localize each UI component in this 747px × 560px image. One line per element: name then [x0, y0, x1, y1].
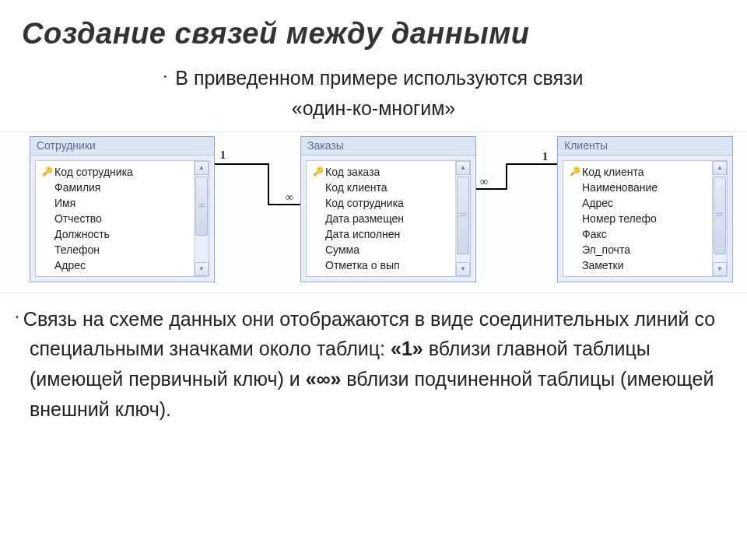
field-label: Сумма — [325, 243, 359, 256]
table-row[interactable]: Код клиента — [313, 180, 452, 195]
table-row[interactable]: Телефон — [42, 242, 191, 257]
table-row[interactable]: Сумма — [313, 242, 452, 257]
table-row[interactable]: Имя — [42, 195, 191, 211]
table-row[interactable]: Фамилия — [42, 180, 191, 195]
table-row[interactable]: Дата исполнен — [313, 226, 452, 242]
table-orders[interactable]: Заказы 🔑Код заказа Код клиента Код сотру… — [300, 136, 476, 282]
field-label: Код клиента — [582, 166, 644, 178]
field-label: Код сотрудника — [325, 197, 404, 209]
table-employees-title[interactable]: Сотрудники — [30, 137, 214, 156]
table-row[interactable]: Отметка о вып — [313, 257, 452, 273]
table-row[interactable]: 🔑Код сотрудника — [42, 164, 191, 180]
scroll-up-button[interactable]: ▲ — [456, 161, 470, 175]
relation-one-label: 1 — [219, 149, 226, 162]
field-label: Должность — [54, 228, 110, 240]
table-row[interactable]: Заметки — [570, 257, 709, 273]
key-icon: 🔑 — [313, 166, 322, 177]
table-row[interactable]: Код сотрудника — [313, 195, 452, 211]
table-row[interactable]: Адрес — [570, 195, 709, 211]
scroll-up-button[interactable]: ▲ — [713, 161, 727, 175]
table-row[interactable]: Факс — [570, 226, 709, 242]
scroll-thumb[interactable] — [195, 177, 208, 236]
scroll-down-button[interactable]: ▼ — [713, 262, 727, 276]
relation-line[interactable] — [476, 188, 506, 190]
body-bold-inf: «∞» — [306, 368, 342, 390]
bullet-icon: • — [16, 312, 23, 321]
field-label: Код сотрудника — [54, 166, 133, 178]
field-label: Отметка о вып — [325, 259, 400, 271]
table-row[interactable]: Дата размещен — [313, 211, 452, 226]
table-row[interactable]: Эл_почта — [570, 242, 709, 257]
scrollbar[interactable]: ▲ ▼ — [712, 161, 727, 276]
table-row[interactable]: 🔑Код заказа — [313, 164, 452, 180]
relation-line[interactable] — [506, 163, 507, 190]
intro-line-2: «один-ко-многим» — [292, 97, 455, 119]
intro-line-1: В приведенном примере используются связи — [175, 67, 583, 89]
scrollbar[interactable]: ▲ ▼ — [455, 161, 470, 276]
key-icon: 🔑 — [42, 166, 51, 177]
field-label: Номер телефо — [582, 212, 657, 225]
field-label: Имя — [54, 197, 75, 209]
field-label: Код заказа — [325, 166, 380, 178]
table-orders-title[interactable]: Заказы — [301, 137, 475, 156]
table-employees[interactable]: Сотрудники 🔑Код сотрудника Фамилия Имя О… — [30, 136, 215, 282]
table-row[interactable]: Должность — [42, 226, 191, 242]
table-row[interactable]: 🔑Код клиента — [570, 164, 709, 180]
relation-one-label: 1 — [542, 151, 549, 163]
bullet-icon: • — [163, 72, 170, 81]
field-label: Отчество — [54, 212, 102, 225]
field-label: Заметки — [582, 259, 624, 271]
relation-line[interactable] — [268, 163, 269, 205]
table-row[interactable]: Отчество — [42, 211, 191, 226]
body-bold-one: «1» — [391, 338, 423, 359]
field-label: Дата исполнен — [325, 228, 400, 240]
body-paragraph: •Связь на схеме данных они отображаются … — [0, 293, 747, 425]
field-label: Адрес — [582, 197, 613, 209]
relationships-diagram: Сотрудники 🔑Код сотрудника Фамилия Имя О… — [0, 131, 747, 293]
relation-line[interactable] — [506, 163, 557, 165]
scroll-thumb[interactable] — [714, 177, 726, 254]
field-label: Наименование — [582, 181, 658, 194]
slide-title: Создание связей между данными — [0, 0, 747, 57]
scroll-down-button[interactable]: ▼ — [456, 262, 470, 276]
relation-many-label: ∞ — [479, 176, 489, 188]
scroll-up-button[interactable]: ▲ — [195, 161, 209, 175]
scroll-thumb[interactable] — [457, 177, 469, 254]
field-label: Адрес — [54, 259, 86, 271]
field-label: Телефон — [54, 243, 100, 256]
table-row[interactable]: Наименование — [570, 180, 709, 195]
scroll-down-button[interactable]: ▼ — [195, 262, 209, 276]
relation-many-label: ∞ — [285, 191, 294, 204]
key-icon: 🔑 — [570, 166, 579, 177]
intro-text: • В приведенном примере используются свя… — [75, 63, 672, 124]
relation-line[interactable] — [215, 163, 268, 165]
field-label: Дата размещен — [325, 212, 404, 225]
scrollbar[interactable]: ▲ ▼ — [194, 161, 209, 276]
field-label: Эл_почта — [582, 243, 630, 256]
table-clients-title[interactable]: Клиенты — [558, 137, 732, 156]
table-row[interactable]: Номер телефо — [570, 211, 709, 226]
field-label: Фамилия — [54, 181, 100, 194]
field-label: Код клиента — [325, 181, 388, 194]
table-row[interactable]: Адрес — [42, 257, 191, 273]
field-label: Факс — [582, 228, 607, 240]
relation-line[interactable] — [268, 204, 300, 205]
table-clients[interactable]: Клиенты 🔑Код клиента Наименование Адрес … — [557, 136, 733, 282]
